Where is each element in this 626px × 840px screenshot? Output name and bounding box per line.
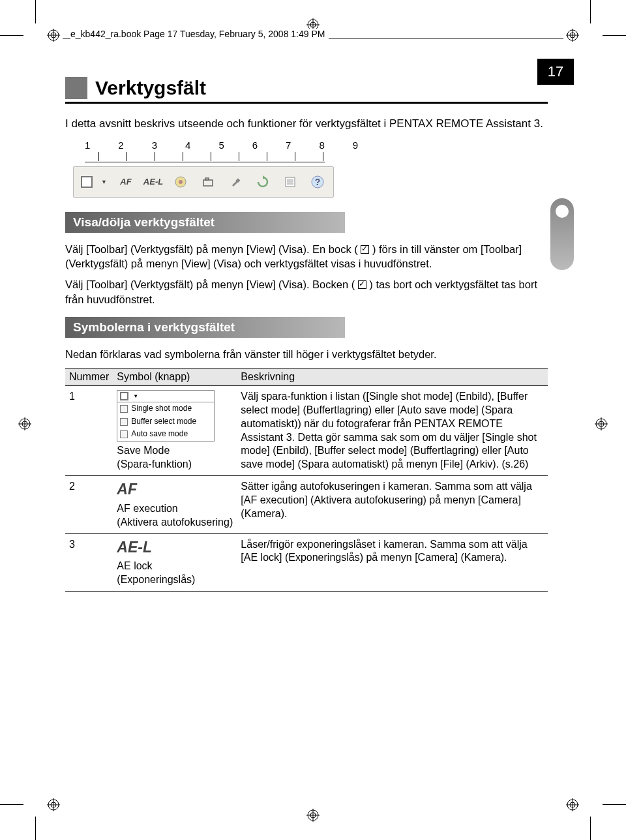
symbol-label: Save Mode (Spara-funktion): [117, 444, 233, 472]
page-number: 17: [537, 59, 574, 85]
symbol-label: AE lock (Exponeringslås): [117, 560, 233, 587]
subsection-heading-1: Visa/dölja verktygsfältet: [65, 212, 345, 233]
subsection-heading-2: Symbolerna i verktygsfältet: [65, 317, 345, 338]
save-mode-button[interactable]: ▼: [78, 171, 110, 193]
svg-rect-35: [205, 178, 209, 180]
pdf-header-line: e_kb442_ra.book Page 17 Tuesday, Februar…: [70, 29, 329, 39]
registration-mark-icon: [566, 798, 579, 811]
svg-point-33: [179, 180, 183, 184]
ae-lock-icon: AE-L: [117, 538, 152, 558]
svg-rect-34: [203, 180, 213, 186]
checkbox-icon: [358, 280, 366, 289]
intro-text: I detta avsnitt beskrivs utseende och fu…: [65, 117, 548, 132]
registration-mark-icon: [47, 29, 60, 42]
toolbar-number-labels: 1 2 3 4 5 6 7 8 9: [85, 140, 548, 151]
symbol-label: AF execution (Aktivera autofokusering): [117, 502, 233, 530]
save-mode-menu-illustration: ▼ Single shot mode Buffer select mode Au…: [117, 390, 215, 442]
registration-mark-icon: [47, 798, 60, 811]
symbol-description: Låser/frigör exponeringslåset i kameran.…: [237, 533, 548, 591]
refresh-button[interactable]: [251, 171, 275, 193]
chapter-tab-icon: [550, 198, 574, 270]
list-button[interactable]: [278, 171, 302, 193]
camera-settings-button[interactable]: [196, 171, 220, 193]
registration-mark-icon: [306, 809, 320, 822]
subsection-intro: Nedan förklaras vad symbolerna från väns…: [65, 347, 548, 361]
shutter-button[interactable]: [169, 171, 192, 193]
svg-text:?: ?: [315, 177, 321, 187]
table-row: 3 AE-L AE lock (Exponeringslås) Låser/fr…: [65, 533, 548, 591]
af-button[interactable]: AF: [114, 171, 138, 193]
col-header-number: Nummer: [65, 368, 113, 386]
registration-mark-icon: [595, 417, 608, 430]
body-paragraph: Välj [Toolbar] (Verktygsfält) på menyn […: [65, 242, 548, 271]
symbol-description: Sätter igång autofokuseringen i kameran.…: [237, 476, 548, 533]
ae-lock-button[interactable]: AE-L: [142, 171, 165, 193]
af-icon: AF: [117, 480, 137, 500]
preferences-button[interactable]: [224, 171, 247, 193]
registration-mark-icon: [566, 29, 579, 42]
col-header-description: Beskrivning: [237, 368, 548, 386]
symbol-description: Välj spara-funktion i listan ([Single sh…: [237, 386, 548, 476]
body-paragraph: Välj [Toolbar] (Verktygsfält) på menyn […: [65, 277, 548, 307]
section-title: Verktygsfält: [65, 77, 548, 104]
help-button[interactable]: ?: [306, 171, 329, 193]
table-row: 2 AF AF execution (Aktivera autofokuseri…: [65, 476, 548, 533]
symbols-table: Nummer Symbol (knapp) Beskrivning 1 ▼ Si…: [65, 368, 548, 592]
checkbox-icon: [361, 245, 369, 254]
registration-mark-icon: [18, 417, 31, 430]
col-header-symbol: Symbol (knapp): [113, 368, 237, 386]
section-heading: Verktygsfält: [95, 77, 206, 99]
table-row: 1 ▼ Single shot mode Buffer select mode …: [65, 386, 548, 476]
toolbar-illustration: ▼ AF AE-L ?: [73, 166, 334, 198]
title-box-icon: [65, 77, 87, 99]
